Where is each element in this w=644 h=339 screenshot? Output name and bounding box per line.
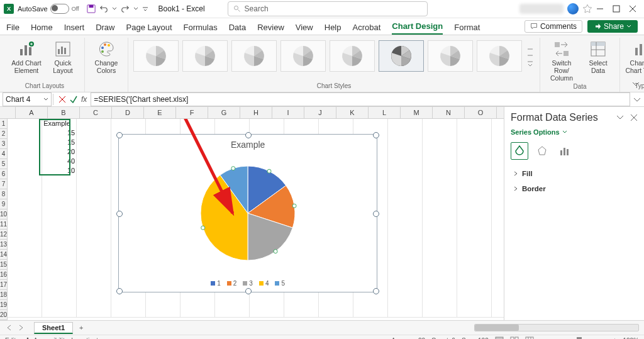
cell[interactable]	[388, 185, 423, 195]
column-header[interactable]: D	[112, 107, 144, 118]
normal-view-icon[interactable]	[495, 336, 504, 339]
cell[interactable]	[492, 185, 504, 195]
cell[interactable]	[146, 298, 180, 308]
cell[interactable]	[42, 260, 77, 270]
row-header[interactable]: 17	[0, 280, 7, 290]
cell[interactable]	[111, 298, 146, 308]
cell[interactable]	[8, 119, 42, 129]
cell[interactable]	[423, 175, 457, 186]
tab-insert[interactable]: Insert	[64, 20, 85, 35]
cell[interactable]	[423, 213, 457, 223]
tab-formulas[interactable]: Formulas	[184, 20, 218, 35]
cell[interactable]	[457, 308, 492, 318]
cell[interactable]	[423, 308, 457, 318]
cell[interactable]	[388, 260, 423, 270]
chart-styles-gallery[interactable]	[133, 40, 535, 72]
cell[interactable]	[423, 260, 457, 270]
cell[interactable]	[423, 128, 457, 138]
cell[interactable]	[492, 157, 504, 167]
chart-styles-more-button[interactable]	[526, 43, 535, 70]
formula-input[interactable]: =SERIES('[Chart sheet.xlsx]	[91, 92, 630, 106]
cell[interactable]	[457, 194, 492, 204]
chevron-down-icon[interactable]	[43, 97, 48, 102]
cell[interactable]	[8, 157, 42, 167]
cell[interactable]	[492, 279, 504, 289]
row-header[interactable]: 14	[0, 250, 7, 260]
cell[interactable]	[457, 242, 492, 252]
cell[interactable]	[77, 138, 111, 148]
cell[interactable]	[423, 185, 457, 195]
chevron-down-icon[interactable]	[133, 6, 138, 11]
cell[interactable]	[111, 119, 146, 129]
legend-item[interactable]: 5	[275, 280, 285, 287]
cell[interactable]	[8, 260, 42, 270]
cell[interactable]: Example	[42, 119, 77, 129]
cell[interactable]	[8, 270, 42, 280]
cell[interactable]	[8, 242, 42, 252]
cell[interactable]	[8, 166, 42, 176]
cell[interactable]	[146, 308, 180, 318]
row-header[interactable]: 7	[0, 179, 7, 189]
cell[interactable]	[77, 147, 111, 157]
cell[interactable]	[423, 223, 457, 233]
cell[interactable]	[423, 289, 457, 299]
undo-icon[interactable]	[99, 4, 108, 13]
chart-style-thumb[interactable]	[133, 40, 179, 72]
cell[interactable]	[492, 242, 504, 252]
redo-icon[interactable]	[121, 4, 130, 13]
cell[interactable]	[8, 175, 42, 186]
cell[interactable]	[250, 119, 284, 129]
cell[interactable]	[492, 308, 504, 318]
cell[interactable]	[77, 119, 111, 129]
cell[interactable]	[42, 185, 77, 195]
cell[interactable]	[457, 289, 492, 299]
row-header[interactable]: 9	[0, 199, 7, 209]
row-header[interactable]: 13	[0, 240, 7, 250]
fill-section[interactable]: Fill	[504, 166, 644, 181]
cell[interactable]	[457, 147, 492, 157]
cell[interactable]	[492, 147, 504, 157]
fx-icon[interactable]: fx	[81, 95, 87, 104]
cell[interactable]	[8, 204, 42, 214]
cell[interactable]	[457, 251, 492, 261]
save-icon[interactable]	[87, 4, 96, 13]
cell[interactable]	[388, 166, 423, 176]
cell[interactable]	[180, 119, 215, 129]
close-icon[interactable]	[630, 114, 638, 121]
chart-title[interactable]: Example	[119, 140, 377, 150]
status-accessibility[interactable]: Accessibility: Investigate	[25, 337, 101, 340]
name-box[interactable]: Chart 4	[3, 92, 52, 106]
cell[interactable]	[8, 223, 42, 233]
chart-style-thumb[interactable]	[280, 40, 326, 72]
cell[interactable]	[457, 175, 492, 186]
cell[interactable]	[77, 232, 111, 242]
cell[interactable]	[77, 270, 111, 280]
comments-button[interactable]: Comments	[525, 20, 582, 33]
cell[interactable]	[492, 204, 504, 214]
cell[interactable]	[319, 298, 353, 308]
border-section[interactable]: Border	[504, 181, 644, 196]
cell[interactable]	[42, 289, 77, 299]
legend-item[interactable]: 3	[243, 280, 253, 287]
zoom-out-button[interactable]: −	[540, 337, 544, 340]
cell[interactable]	[388, 279, 423, 289]
cell[interactable]	[388, 157, 423, 167]
horizontal-scrollbar[interactable]	[474, 324, 639, 331]
chart-style-thumb[interactable]	[231, 40, 277, 72]
chart-style-thumb[interactable]	[330, 40, 375, 72]
cell[interactable]	[457, 260, 492, 270]
cell[interactable]	[423, 298, 457, 308]
cell[interactable]	[8, 147, 42, 157]
cell[interactable]	[77, 298, 111, 308]
cell[interactable]	[388, 119, 423, 129]
zoom-level[interactable]: 100%	[623, 337, 639, 340]
cell[interactable]	[8, 251, 42, 261]
cell[interactable]	[77, 166, 111, 176]
cell[interactable]	[8, 138, 42, 148]
row-header[interactable]: 15	[0, 260, 7, 270]
cell[interactable]	[8, 185, 42, 195]
column-header[interactable]: N	[433, 107, 465, 118]
cell[interactable]	[388, 194, 423, 204]
chart-style-thumb[interactable]	[182, 40, 228, 72]
tab-view[interactable]: View	[296, 20, 313, 35]
